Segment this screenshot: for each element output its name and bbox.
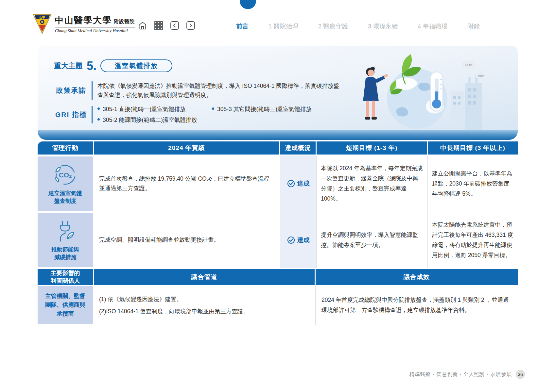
table-row: 推動節能與 減碳措施 完成空調、照明設備耗能調查並啟動更換計畫。 達成 提升空調… — [38, 212, 518, 268]
result-text: 完成空調、照明設備耗能調查並啟動更換計畫。 — [99, 235, 219, 245]
co2-cloud-label: CO2 — [465, 63, 472, 67]
nav-item-environment[interactable]: 3 環境永續 — [368, 22, 398, 31]
next-page-button[interactable] — [185, 20, 196, 31]
engagement-channel-cell: (1) 依《氣候變遷因應法》建置。 (2)ISO 14064-1 盤查制度，向環… — [94, 285, 316, 325]
gri-item-text: 305-3 其它間接(範疇三)溫室氣體排放 — [217, 105, 312, 113]
topic-number: 5. — [87, 60, 96, 72]
nav-item-medical-care[interactable]: 2 醫療守護 — [318, 22, 348, 31]
col-header-action: 管理行動 — [38, 141, 94, 155]
stakeholder-col-header: 主要影響的 利害關係人 — [38, 269, 94, 285]
co2-icon-text: CO₂ — [59, 171, 72, 179]
home-icon — [138, 21, 147, 30]
viewer-toolbar — [137, 20, 196, 31]
stakeholder-header-row: 主要影響的 利害關係人 議合管道 議合成效 — [38, 269, 518, 285]
co2-cloud-label: CO2 — [478, 74, 484, 78]
policy-text: 本院依《氣候變遷因應法》推動溫室氣體管理制度，導入 ISO 14064-1 國際… — [97, 81, 341, 100]
nav-item-foreword[interactable]: 前言 — [236, 22, 249, 31]
status-label: 達成 — [297, 236, 310, 244]
hero-ribbon — [38, 130, 518, 140]
action-label-line: 推動節能與 — [51, 246, 79, 253]
gri-indicator-row: GRI 指標 305-1 直接(範疇一)溫室氣體排放 305-2 能源間接(範疇… — [51, 105, 323, 124]
status-label: 達成 — [297, 179, 310, 188]
status-cell: 達成 — [280, 155, 317, 212]
gri-item: 305-3 其它間接(範疇三)溫室氣體排放 — [212, 105, 323, 113]
col-header-2024-results: 2024 年實績 — [94, 141, 280, 155]
chevron-left-icon — [170, 21, 179, 30]
previous-page-button[interactable] — [169, 20, 180, 31]
gri-item-text: 305-1 直接(範疇一)溫室氣體排放 — [103, 105, 186, 113]
col-header-short-term: 短期目標 (1-3 年) — [317, 141, 428, 155]
short-term-cell: 提升空調與照明效率，導入智慧能源監控。節能專案至少一項。 — [317, 212, 428, 268]
effect-text: 2024 年首度完成總院與中興分院排放盤查，涵蓋類別 1 與類別 2 ，並通過環… — [321, 295, 512, 315]
crest-badge-text: 山中 — [39, 16, 45, 19]
long-term-text: 本院太陽能光電系統建置中，預計完工後每年可產出 463,331 度綠電，將有助於… — [432, 220, 513, 260]
col-header-status: 達成概況 — [280, 141, 317, 155]
management-table: 管理行動 2024 年實績 達成概況 短期目標 (1-3 年) 中長期目標 (3… — [38, 141, 518, 325]
co2-cloud-icon: CO2 CO2 — [461, 60, 484, 79]
divider — [92, 81, 93, 100]
stakeholder-row: 主管機關、監督 團隊、供應商與 承攬商 (1) 依《氣候變遷因應法》建置。 (2… — [38, 285, 518, 325]
action-label-line: 建立溫室氣體 — [49, 189, 82, 197]
stakeholder-group-line: 承攬商 — [45, 309, 85, 318]
nav-item-appendix[interactable]: 附錄 — [467, 22, 480, 31]
channel-item: (1) 依《氣候變遷因應法》建置。 — [99, 295, 315, 304]
chevron-right-icon — [186, 21, 195, 30]
gri-item-text: 305-2 能源間接(範疇二)溫室氣體排放 — [103, 116, 197, 124]
long-term-cell: 建立公開揭露平台，以基準年為起點，2030 年前碳排放密集度年均降幅達 5%。 — [428, 155, 518, 212]
action-cell: 推動節能與 減碳措施 — [38, 212, 94, 268]
hospital-crest-icon: 山中 — [33, 14, 52, 34]
table-header-row: 管理行動 2024 年實績 達成概況 短期目標 (1-3 年) 中長期目標 (3… — [38, 141, 518, 155]
grid-icon — [154, 21, 163, 30]
status-cell: 達成 — [280, 212, 317, 268]
stakeholder-header-line: 主要影響的 — [51, 270, 80, 277]
hospital-name-zh: 中山醫學大學 — [55, 14, 112, 26]
home-button[interactable] — [137, 20, 148, 31]
result-text: 完成首次盤查，總排放 19,759.40 公噸 CO₂e，已建立標準盤查流程並通… — [99, 174, 275, 193]
topic-label: 重大主題 — [54, 61, 83, 71]
table-row: CO₂ 建立溫室氣體 盤查制度 完成首次盤查，總排放 19,759.40 公噸 … — [38, 155, 518, 212]
divider — [92, 106, 93, 123]
gri-label: GRI 指標 — [51, 110, 92, 119]
long-term-text: 建立公開揭露平台，以基準年為起點，2030 年前碳排放密集度年均降幅達 5%。 — [432, 169, 513, 199]
stakeholder-group-line: 主管機關、監督 — [45, 292, 85, 301]
page-number-badge: 36 — [516, 370, 525, 379]
check-circle-icon — [287, 180, 295, 188]
co2-leaf-icon: CO₂ — [53, 162, 78, 188]
bullet-dot-icon — [97, 107, 100, 110]
page-footer: 精準醫療・智慧創新・全人照護・永續發展 36 — [409, 370, 525, 379]
short-term-text: 提升空調與照明效率，導入智慧能源監控。節能專案至少一項。 — [321, 230, 423, 250]
engagement-effect-cell: 2024 年首度完成總院與中興分院排放盤查，涵蓋類別 1 與類別 2 ，並通過環… — [316, 285, 518, 325]
hospital-name-en: Chung Shan Medical University Hospital — [55, 27, 135, 33]
channel-item: (2)ISO 14064-1 盤查制度，向環境部申報並由第三方查證。 — [99, 307, 315, 316]
woman-figure — [363, 67, 388, 120]
nav-item-governance[interactable]: 1 醫院治理 — [268, 22, 298, 31]
topic-hero-panel: 重大主題 5. 溫室氣體排放 政策承諾 本院依《氣候變遷因應法》推動溫室氣體管理… — [38, 46, 518, 130]
gri-item: 305-2 能源間接(範疇二)溫室氣體排放 — [97, 116, 209, 124]
nav-item-workplace[interactable]: 4 幸福職場 — [418, 22, 448, 31]
hero-illustration: CO2 CO2 — [353, 52, 484, 130]
gri-item: 305-1 直接(範疇一)溫室氣體排放 — [97, 105, 209, 113]
engagement-effect-header: 議合成效 — [316, 269, 518, 285]
hospital-name-suffix: 附設醫院 — [114, 19, 135, 25]
thermometer-icon — [430, 72, 443, 111]
action-label-line: 盤查制度 — [49, 197, 82, 205]
stakeholder-group-line: 團隊、供應商與 — [45, 301, 85, 309]
topic-title-row: 重大主題 5. 溫室氣體排放 — [54, 59, 172, 72]
policy-commitment-row: 政策承諾 本院依《氣候變遷因應法》推動溫室氣體管理制度，導入 ISO 14064… — [51, 81, 341, 100]
bullet-dot-icon — [212, 107, 214, 110]
index-grid-button[interactable] — [153, 20, 164, 31]
stakeholder-group-cell: 主管機關、監督 團隊、供應商與 承攬商 — [38, 285, 94, 325]
check-circle-icon — [287, 236, 295, 244]
col-header-long-term: 中長期目標 (3 年以上) — [428, 141, 518, 155]
topic-title-pill: 溫室氣體排放 — [100, 59, 172, 72]
chapter-nav: 前言 1 醫院治理 2 醫療守護 3 環境永續 4 幸福職場 附錄 — [236, 22, 480, 31]
short-term-text: 本院以 2024 年為基準年，每年定期完成一次盤查更新，涵蓋全院（總院及中興分院… — [321, 163, 423, 204]
long-term-cell: 本院太陽能光電系統建置中，預計完工後每年可產出 463,331 度綠電，將有助於… — [428, 212, 518, 268]
top-center-tab — [240, 0, 256, 9]
footer-slogan: 精準醫療・智慧創新・全人照護・永續發展 — [409, 371, 512, 378]
bullet-dot-icon — [97, 118, 100, 121]
stakeholder-header-line: 利害關係人 — [51, 277, 80, 285]
result-cell: 完成空調、照明設備耗能調查並啟動更換計畫。 — [94, 212, 280, 268]
engagement-channel-header: 議合管道 — [94, 269, 316, 285]
short-term-cell: 本院以 2024 年為基準年，每年定期完成一次盤查更新，涵蓋全院（總院及中興分院… — [317, 155, 428, 212]
